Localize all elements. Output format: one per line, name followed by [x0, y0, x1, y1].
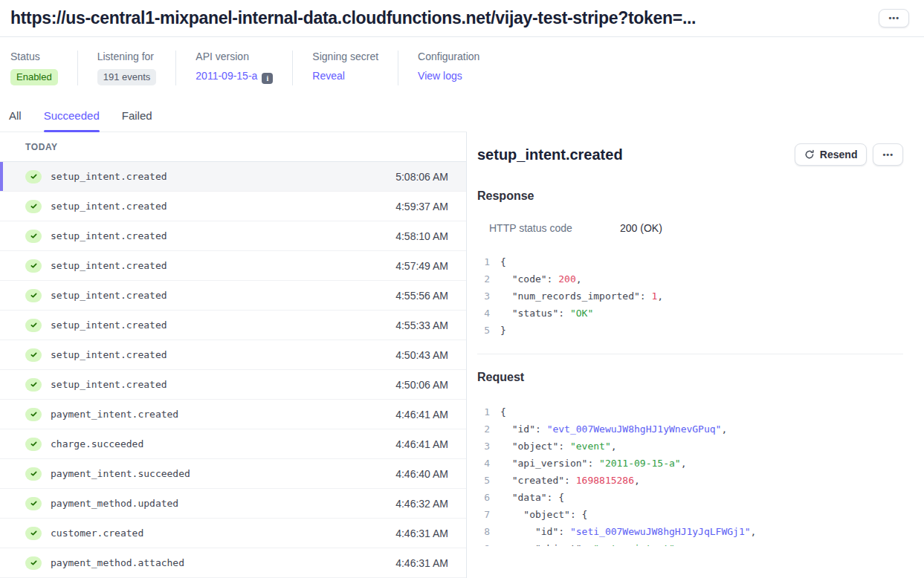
tab-all[interactable]: All: [9, 109, 22, 131]
main-content: AllSucceededFailed TODAY setup_intent.cr…: [0, 103, 924, 546]
event-name: setup_intent.created: [51, 171, 167, 182]
event-name: payment_method.attached: [51, 557, 184, 568]
section-divider: [477, 354, 903, 354]
code-line: 4 "status": "OK": [477, 305, 903, 322]
event-name: payment_intent.succeeded: [51, 468, 190, 479]
event-name: setup_intent.created: [51, 201, 167, 212]
list-item[interactable]: payment_intent.created 4:46:41 AM: [0, 400, 466, 429]
event-name: charge.succeeded: [51, 438, 143, 449]
request-section: Request 1{2 "id": "evt_007WewuJW8hgHJ1yW…: [477, 371, 903, 546]
meta-api-version: API version 2011-09-15-ai: [175, 51, 292, 85]
event-time: 4:50:43 AM: [395, 349, 448, 361]
list-item[interactable]: charge.succeeded 4:46:41 AM: [0, 429, 466, 459]
configuration-label: Configuration: [418, 51, 479, 62]
status-badge: Enabled: [10, 69, 58, 85]
response-code: 1{2 "code": 200,3 "num_records_imported"…: [477, 253, 903, 339]
event-time: 4:46:31 AM: [395, 557, 448, 569]
code-line: 1{: [477, 403, 903, 420]
list-item[interactable]: setup_intent.created 4:55:56 AM: [0, 281, 466, 311]
meta-signing-secret: Signing secret Reveal: [292, 51, 398, 85]
success-check-icon: [25, 438, 42, 451]
response-heading: Response: [477, 189, 903, 203]
reveal-link[interactable]: Reveal: [312, 70, 345, 82]
code-line: 1{: [477, 253, 903, 270]
meta-configuration: Configuration View logs: [398, 51, 499, 85]
code-line: 4 "api_version": "2011-09-15-a",: [477, 455, 903, 472]
code-line: 5 "created": 1698815286,: [477, 472, 903, 489]
code-line: 3 "object": "event",: [477, 438, 903, 455]
meta-status: Status Enabled: [10, 51, 77, 85]
event-time: 4:46:41 AM: [395, 438, 448, 450]
tab-succeeded[interactable]: Succeeded: [44, 109, 100, 131]
resend-button[interactable]: Resend: [795, 143, 868, 166]
event-detail-panel: setup_intent.created Resend ••• Response…: [467, 103, 924, 546]
list-item[interactable]: setup_intent.created 4:50:06 AM: [0, 370, 466, 400]
success-check-icon: [25, 497, 42, 510]
event-time: 4:57:49 AM: [395, 260, 448, 272]
success-check-icon: [25, 289, 42, 302]
selected-indicator: [0, 162, 3, 191]
code-line: 2 "code": 200,: [477, 270, 903, 288]
event-name: payment_intent.created: [51, 409, 178, 420]
info-icon[interactable]: i: [262, 73, 273, 84]
http-status-label: HTTP status code: [489, 222, 620, 234]
success-check-icon: [25, 467, 42, 481]
success-check-icon: [25, 200, 42, 213]
event-name: setup_intent.created: [51, 319, 167, 331]
success-check-icon: [25, 230, 42, 243]
event-time: 4:59:37 AM: [395, 201, 448, 212]
list-group-header: TODAY: [0, 132, 466, 162]
success-check-icon: [25, 170, 42, 184]
header-overflow-button[interactable]: •••: [879, 9, 909, 27]
meta-listening-for: Listening for 191 events: [77, 51, 176, 85]
events-panel: AllSucceededFailed TODAY setup_intent.cr…: [0, 103, 467, 546]
event-name: setup_intent.created: [51, 379, 167, 390]
code-line: 6 "data": {: [477, 489, 903, 506]
http-status-row: HTTP status code 200 (OK): [477, 222, 903, 234]
event-time: 4:46:40 AM: [395, 468, 448, 480]
list-item[interactable]: setup_intent.created 4:55:33 AM: [0, 311, 466, 340]
api-version-link[interactable]: 2011-09-15-a: [196, 70, 257, 82]
list-item[interactable]: payment_method.attached 4:46:31 AM: [0, 548, 466, 578]
event-name: setup_intent.created: [51, 230, 167, 241]
list-item[interactable]: setup_intent.created 4:57:49 AM: [0, 251, 466, 281]
event-time: 4:46:32 AM: [395, 498, 448, 510]
detail-overflow-button[interactable]: •••: [873, 143, 903, 166]
success-check-icon: [25, 259, 42, 273]
code-line: 5}: [477, 322, 903, 339]
http-status-value: 200 (OK): [620, 222, 662, 234]
tab-failed[interactable]: Failed: [122, 109, 152, 131]
detail-title: setup_intent.created: [477, 146, 623, 163]
list-item[interactable]: customer.created 4:46:31 AM: [0, 519, 466, 548]
event-time: 5:08:06 AM: [395, 171, 448, 183]
list-item[interactable]: setup_intent.created 5:08:06 AM: [0, 162, 466, 192]
endpoint-meta: Status Enabled Listening for 191 events …: [0, 37, 924, 85]
request-code: 1{2 "id": "evt_007WewuJW8hgHJ1yWnevGPuq"…: [477, 403, 903, 546]
success-check-icon: [25, 348, 42, 362]
event-name: setup_intent.created: [51, 260, 167, 271]
success-check-icon: [25, 319, 42, 332]
signing-secret-label: Signing secret: [312, 51, 378, 62]
list-item[interactable]: payment_method.updated 4:46:32 AM: [0, 489, 466, 519]
list-item[interactable]: payment_intent.succeeded 4:46:40 AM: [0, 459, 466, 489]
detail-actions: Resend •••: [795, 143, 903, 166]
events-count-badge: 191 events: [97, 69, 157, 85]
code-line: 8 "id": "seti_007WewuJW8hgHJ1yJqLFWGj1",: [477, 523, 903, 540]
event-name: customer.created: [51, 527, 143, 539]
event-time: 4:55:56 AM: [395, 290, 448, 302]
status-label: Status: [10, 51, 58, 62]
list-item[interactable]: setup_intent.created 4:59:37 AM: [0, 192, 466, 221]
success-check-icon: [25, 527, 42, 540]
resend-button-label: Resend: [820, 149, 858, 160]
listening-for-label: Listening for: [97, 51, 157, 62]
code-line: 9 "object": "setup_intent",: [477, 540, 903, 546]
endpoint-url-title: https://us-central1-mixpanel-internal-da…: [10, 8, 696, 28]
success-check-icon: [25, 556, 42, 570]
view-logs-link[interactable]: View logs: [418, 70, 462, 82]
event-time: 4:58:10 AM: [395, 230, 448, 242]
event-list: TODAY setup_intent.created 5:08:06 AM se…: [0, 132, 467, 578]
list-item[interactable]: setup_intent.created 4:58:10 AM: [0, 221, 466, 251]
tabs: AllSucceededFailed: [0, 103, 467, 132]
list-item[interactable]: setup_intent.created 4:50:43 AM: [0, 340, 466, 370]
resend-icon: [804, 149, 815, 160]
